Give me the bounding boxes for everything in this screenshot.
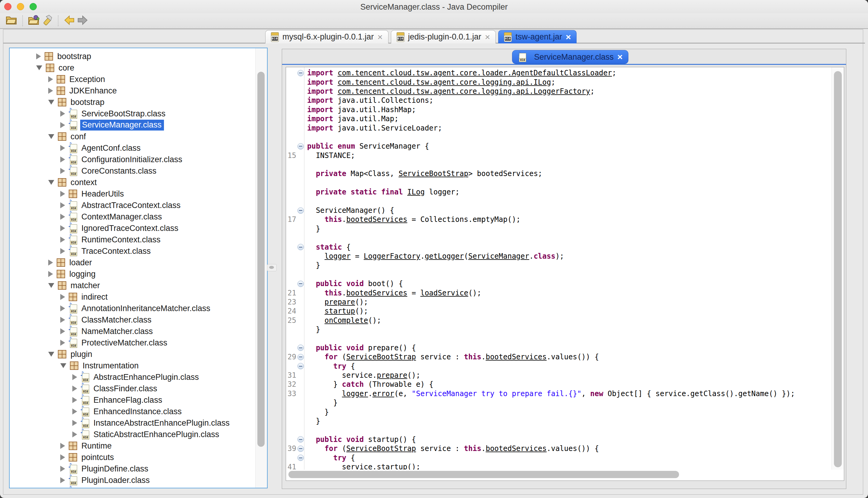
tab-close-icon[interactable]: ×: [566, 32, 571, 42]
tree-item[interactable]: bootstrap: [10, 96, 255, 108]
expand-arrow-icon[interactable]: [60, 305, 65, 311]
expand-arrow-icon[interactable]: [72, 420, 77, 426]
forward-button[interactable]: [76, 14, 89, 27]
jar-tab[interactable]: 010mysql-6.x-plugin-0.0.1.jar×: [265, 30, 388, 43]
tree-item[interactable]: 010♪EnhancedInstance.class: [10, 406, 255, 417]
code-link[interactable]: bootedServices: [346, 289, 407, 297]
fold-collapse-icon[interactable]: [297, 207, 304, 214]
code-link[interactable]: ServiceBootStrap: [346, 353, 416, 361]
code-link[interactable]: ServiceManager: [468, 252, 529, 260]
code-vscrollbar-thumb[interactable]: [834, 71, 842, 467]
collapse-arrow-icon[interactable]: [60, 363, 66, 368]
expand-arrow-icon[interactable]: [60, 248, 65, 254]
expand-arrow-icon[interactable]: [60, 110, 65, 117]
expand-arrow-icon[interactable]: [60, 294, 65, 300]
expand-arrow-icon[interactable]: [60, 156, 65, 162]
jar-tab-active[interactable]: 010tsw-agent.jar×: [498, 30, 576, 43]
code-link[interactable]: startup: [377, 463, 407, 470]
tree-item[interactable]: 010♪ProtectiveMatcher.class: [10, 337, 255, 349]
code-link[interactable]: ServiceBootStrap: [346, 444, 416, 453]
code-link[interactable]: prepare: [324, 298, 355, 306]
tree-item[interactable]: Runtime: [10, 440, 255, 451]
code-link[interactable]: com.tencent.cloud.tsw.agent.core.logging…: [337, 87, 590, 95]
tree-item[interactable]: 010♪ContextManager.class: [10, 211, 255, 222]
code-link[interactable]: logger: [342, 390, 368, 398]
expand-arrow-icon[interactable]: [72, 431, 77, 437]
expand-arrow-icon[interactable]: [60, 202, 65, 208]
fold-collapse-icon[interactable]: [297, 363, 304, 369]
tree-item[interactable]: matcher: [10, 280, 255, 291]
expand-arrow-icon[interactable]: [36, 53, 41, 60]
tree-item[interactable]: Exception: [10, 74, 255, 85]
tree-item[interactable]: 010♪AgentConf.class: [10, 142, 255, 154]
expand-arrow-icon[interactable]: [60, 340, 65, 346]
search-button[interactable]: [40, 14, 54, 27]
tree-item[interactable]: bootstrap: [10, 51, 255, 62]
code-link[interactable]: getLogger: [425, 252, 464, 260]
code-link[interactable]: bootedServices: [485, 353, 546, 361]
tree-item[interactable]: 010♪ServiceManager.class: [10, 119, 255, 131]
tree-item[interactable]: logging: [10, 268, 255, 280]
expand-arrow-icon[interactable]: [60, 443, 65, 449]
expand-arrow-icon[interactable]: [48, 271, 53, 277]
collapse-arrow-icon[interactable]: [36, 65, 42, 70]
tree-scrollbar-thumb[interactable]: [257, 72, 265, 447]
minimize-window-button[interactable]: [17, 3, 24, 10]
tree-item[interactable]: 010♪StaticAbstractEnhancePlugin.class: [10, 429, 255, 440]
expand-arrow-icon[interactable]: [60, 237, 65, 243]
code-link[interactable]: bootedServices: [346, 215, 407, 224]
code-link[interactable]: onComplete: [324, 316, 368, 325]
tree-item[interactable]: HeaderUtils: [10, 188, 255, 199]
code-link[interactable]: com.tencent.cloud.tsw.agent.core.loader.…: [337, 69, 612, 77]
tree-item[interactable]: 010♪PluginDefine.class: [10, 463, 255, 474]
tree-item[interactable]: Instrumentation: [10, 360, 255, 371]
expand-arrow-icon[interactable]: [48, 88, 53, 94]
expand-arrow-icon[interactable]: [60, 122, 65, 128]
fold-collapse-icon[interactable]: [297, 354, 304, 360]
tree-item[interactable]: conf: [10, 131, 255, 142]
collapse-arrow-icon[interactable]: [48, 134, 54, 139]
tab-close-icon[interactable]: ×: [485, 32, 490, 42]
fold-collapse-icon[interactable]: [297, 436, 304, 443]
tree-item[interactable]: plugin: [10, 349, 255, 360]
code-link[interactable]: logger: [324, 252, 351, 260]
tree-item[interactable]: JDKEnhance: [10, 85, 255, 96]
tree-item[interactable]: 010♪InstanceAbstractEnhancePlugin.class: [10, 417, 255, 429]
expand-arrow-icon[interactable]: [60, 191, 65, 197]
doc-tab-close-icon[interactable]: ×: [617, 52, 623, 62]
tree-item[interactable]: indirect: [10, 291, 255, 303]
tree-item[interactable]: loader: [10, 257, 255, 268]
code-link[interactable]: com.tencent.cloud.tsw.agent.core.logging…: [337, 78, 551, 87]
code-hscrollbar-thumb[interactable]: [289, 471, 679, 478]
collapse-arrow-icon[interactable]: [48, 352, 54, 357]
expand-arrow-icon[interactable]: [60, 477, 65, 483]
expand-arrow-icon[interactable]: [72, 385, 77, 392]
fold-collapse-icon[interactable]: [297, 455, 304, 461]
collapse-arrow-icon[interactable]: [48, 100, 54, 105]
code-link[interactable]: bootedServices: [485, 444, 546, 453]
tree-item[interactable]: 010♪RuntimeContext.class: [10, 234, 255, 245]
collapse-arrow-icon[interactable]: [48, 283, 54, 288]
splitter-handle[interactable]: [267, 264, 277, 271]
tree-item[interactable]: 010♪ConfigurationInitializer.class: [10, 154, 255, 165]
zoom-window-button[interactable]: [29, 3, 37, 10]
expand-arrow-icon[interactable]: [72, 374, 77, 380]
tree-item[interactable]: pointcuts: [10, 451, 255, 463]
tab-close-icon[interactable]: ×: [377, 32, 383, 42]
fold-collapse-icon[interactable]: [297, 143, 304, 149]
expand-arrow-icon[interactable]: [48, 260, 53, 265]
expand-arrow-icon[interactable]: [60, 328, 65, 334]
close-window-button[interactable]: [4, 3, 12, 10]
code-link[interactable]: prepare: [377, 371, 407, 380]
fold-collapse-icon[interactable]: [297, 70, 304, 76]
code-link[interactable]: ILog: [407, 188, 425, 196]
expand-arrow-icon[interactable]: [60, 145, 65, 151]
tree-item[interactable]: 010♪AbstractTraceContext.class: [10, 199, 255, 211]
expand-arrow-icon[interactable]: [60, 317, 65, 323]
tree-item[interactable]: 010♪: [10, 486, 255, 488]
code-link[interactable]: LoggerFactory: [364, 252, 420, 260]
fold-collapse-icon[interactable]: [297, 244, 304, 250]
expand-arrow-icon[interactable]: [60, 454, 65, 460]
tree-item[interactable]: 010♪IgnoredTraceContext.class: [10, 222, 255, 234]
expand-arrow-icon[interactable]: [60, 225, 65, 231]
